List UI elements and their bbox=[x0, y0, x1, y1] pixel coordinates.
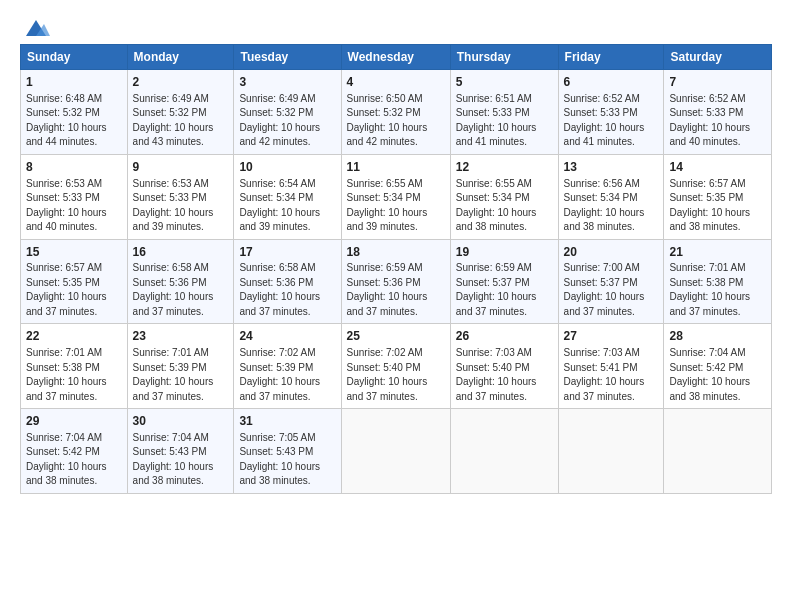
day-number: 23 bbox=[133, 328, 229, 345]
day-content: Sunrise: 7:04 AM Sunset: 5:43 PM Dayligh… bbox=[133, 431, 229, 489]
calendar-cell bbox=[664, 409, 772, 494]
day-content: Sunrise: 7:01 AM Sunset: 5:38 PM Dayligh… bbox=[669, 261, 766, 319]
day-content: Sunrise: 7:04 AM Sunset: 5:42 PM Dayligh… bbox=[669, 346, 766, 404]
day-number: 12 bbox=[456, 159, 553, 176]
day-content: Sunrise: 6:51 AM Sunset: 5:33 PM Dayligh… bbox=[456, 92, 553, 150]
day-number: 19 bbox=[456, 244, 553, 261]
day-content: Sunrise: 7:01 AM Sunset: 5:39 PM Dayligh… bbox=[133, 346, 229, 404]
day-content: Sunrise: 6:50 AM Sunset: 5:32 PM Dayligh… bbox=[347, 92, 445, 150]
calendar-cell: 22Sunrise: 7:01 AM Sunset: 5:38 PM Dayli… bbox=[21, 324, 128, 409]
day-content: Sunrise: 6:56 AM Sunset: 5:34 PM Dayligh… bbox=[564, 177, 659, 235]
calendar-cell: 27Sunrise: 7:03 AM Sunset: 5:41 PM Dayli… bbox=[558, 324, 664, 409]
day-header-saturday: Saturday bbox=[664, 45, 772, 70]
day-number: 5 bbox=[456, 74, 553, 91]
day-content: Sunrise: 6:48 AM Sunset: 5:32 PM Dayligh… bbox=[26, 92, 122, 150]
calendar-cell bbox=[450, 409, 558, 494]
calendar-cell: 14Sunrise: 6:57 AM Sunset: 5:35 PM Dayli… bbox=[664, 154, 772, 239]
calendar-cell: 19Sunrise: 6:59 AM Sunset: 5:37 PM Dayli… bbox=[450, 239, 558, 324]
day-content: Sunrise: 6:52 AM Sunset: 5:33 PM Dayligh… bbox=[564, 92, 659, 150]
day-number: 31 bbox=[239, 413, 335, 430]
calendar-week-3: 15Sunrise: 6:57 AM Sunset: 5:35 PM Dayli… bbox=[21, 239, 772, 324]
day-number: 4 bbox=[347, 74, 445, 91]
day-number: 16 bbox=[133, 244, 229, 261]
calendar-cell: 20Sunrise: 7:00 AM Sunset: 5:37 PM Dayli… bbox=[558, 239, 664, 324]
day-number: 24 bbox=[239, 328, 335, 345]
calendar-week-1: 1Sunrise: 6:48 AM Sunset: 5:32 PM Daylig… bbox=[21, 70, 772, 155]
calendar-cell: 3Sunrise: 6:49 AM Sunset: 5:32 PM Daylig… bbox=[234, 70, 341, 155]
day-content: Sunrise: 6:58 AM Sunset: 5:36 PM Dayligh… bbox=[133, 261, 229, 319]
logo bbox=[20, 18, 50, 38]
day-content: Sunrise: 6:49 AM Sunset: 5:32 PM Dayligh… bbox=[133, 92, 229, 150]
calendar-cell: 17Sunrise: 6:58 AM Sunset: 5:36 PM Dayli… bbox=[234, 239, 341, 324]
day-number: 29 bbox=[26, 413, 122, 430]
calendar-cell: 8Sunrise: 6:53 AM Sunset: 5:33 PM Daylig… bbox=[21, 154, 128, 239]
day-number: 10 bbox=[239, 159, 335, 176]
day-number: 2 bbox=[133, 74, 229, 91]
header bbox=[20, 18, 772, 38]
day-number: 15 bbox=[26, 244, 122, 261]
calendar-cell: 23Sunrise: 7:01 AM Sunset: 5:39 PM Dayli… bbox=[127, 324, 234, 409]
day-content: Sunrise: 6:59 AM Sunset: 5:37 PM Dayligh… bbox=[456, 261, 553, 319]
day-number: 11 bbox=[347, 159, 445, 176]
day-content: Sunrise: 6:55 AM Sunset: 5:34 PM Dayligh… bbox=[456, 177, 553, 235]
calendar-cell: 21Sunrise: 7:01 AM Sunset: 5:38 PM Dayli… bbox=[664, 239, 772, 324]
day-content: Sunrise: 6:58 AM Sunset: 5:36 PM Dayligh… bbox=[239, 261, 335, 319]
day-content: Sunrise: 7:02 AM Sunset: 5:39 PM Dayligh… bbox=[239, 346, 335, 404]
day-content: Sunrise: 6:57 AM Sunset: 5:35 PM Dayligh… bbox=[669, 177, 766, 235]
day-number: 3 bbox=[239, 74, 335, 91]
day-header-wednesday: Wednesday bbox=[341, 45, 450, 70]
calendar-week-2: 8Sunrise: 6:53 AM Sunset: 5:33 PM Daylig… bbox=[21, 154, 772, 239]
day-content: Sunrise: 6:53 AM Sunset: 5:33 PM Dayligh… bbox=[26, 177, 122, 235]
day-header-sunday: Sunday bbox=[21, 45, 128, 70]
calendar-cell: 31Sunrise: 7:05 AM Sunset: 5:43 PM Dayli… bbox=[234, 409, 341, 494]
page: SundayMondayTuesdayWednesdayThursdayFrid… bbox=[0, 0, 792, 504]
day-number: 28 bbox=[669, 328, 766, 345]
calendar: SundayMondayTuesdayWednesdayThursdayFrid… bbox=[20, 44, 772, 494]
day-number: 13 bbox=[564, 159, 659, 176]
day-content: Sunrise: 6:52 AM Sunset: 5:33 PM Dayligh… bbox=[669, 92, 766, 150]
logo-icon bbox=[22, 18, 50, 38]
day-number: 9 bbox=[133, 159, 229, 176]
day-number: 18 bbox=[347, 244, 445, 261]
calendar-cell: 4Sunrise: 6:50 AM Sunset: 5:32 PM Daylig… bbox=[341, 70, 450, 155]
calendar-cell: 7Sunrise: 6:52 AM Sunset: 5:33 PM Daylig… bbox=[664, 70, 772, 155]
day-content: Sunrise: 7:03 AM Sunset: 5:41 PM Dayligh… bbox=[564, 346, 659, 404]
calendar-cell: 29Sunrise: 7:04 AM Sunset: 5:42 PM Dayli… bbox=[21, 409, 128, 494]
day-number: 7 bbox=[669, 74, 766, 91]
calendar-cell: 11Sunrise: 6:55 AM Sunset: 5:34 PM Dayli… bbox=[341, 154, 450, 239]
day-number: 17 bbox=[239, 244, 335, 261]
day-content: Sunrise: 7:03 AM Sunset: 5:40 PM Dayligh… bbox=[456, 346, 553, 404]
calendar-cell: 26Sunrise: 7:03 AM Sunset: 5:40 PM Dayli… bbox=[450, 324, 558, 409]
day-content: Sunrise: 7:01 AM Sunset: 5:38 PM Dayligh… bbox=[26, 346, 122, 404]
day-content: Sunrise: 7:05 AM Sunset: 5:43 PM Dayligh… bbox=[239, 431, 335, 489]
calendar-cell: 5Sunrise: 6:51 AM Sunset: 5:33 PM Daylig… bbox=[450, 70, 558, 155]
calendar-cell: 28Sunrise: 7:04 AM Sunset: 5:42 PM Dayli… bbox=[664, 324, 772, 409]
calendar-week-5: 29Sunrise: 7:04 AM Sunset: 5:42 PM Dayli… bbox=[21, 409, 772, 494]
day-content: Sunrise: 6:55 AM Sunset: 5:34 PM Dayligh… bbox=[347, 177, 445, 235]
day-content: Sunrise: 7:04 AM Sunset: 5:42 PM Dayligh… bbox=[26, 431, 122, 489]
calendar-cell bbox=[341, 409, 450, 494]
day-number: 26 bbox=[456, 328, 553, 345]
day-number: 25 bbox=[347, 328, 445, 345]
day-number: 20 bbox=[564, 244, 659, 261]
day-content: Sunrise: 6:54 AM Sunset: 5:34 PM Dayligh… bbox=[239, 177, 335, 235]
calendar-cell: 10Sunrise: 6:54 AM Sunset: 5:34 PM Dayli… bbox=[234, 154, 341, 239]
calendar-cell: 30Sunrise: 7:04 AM Sunset: 5:43 PM Dayli… bbox=[127, 409, 234, 494]
day-number: 14 bbox=[669, 159, 766, 176]
calendar-cell: 2Sunrise: 6:49 AM Sunset: 5:32 PM Daylig… bbox=[127, 70, 234, 155]
day-number: 30 bbox=[133, 413, 229, 430]
day-content: Sunrise: 7:00 AM Sunset: 5:37 PM Dayligh… bbox=[564, 261, 659, 319]
day-header-friday: Friday bbox=[558, 45, 664, 70]
calendar-cell: 6Sunrise: 6:52 AM Sunset: 5:33 PM Daylig… bbox=[558, 70, 664, 155]
day-number: 6 bbox=[564, 74, 659, 91]
day-content: Sunrise: 6:53 AM Sunset: 5:33 PM Dayligh… bbox=[133, 177, 229, 235]
calendar-cell: 9Sunrise: 6:53 AM Sunset: 5:33 PM Daylig… bbox=[127, 154, 234, 239]
day-number: 21 bbox=[669, 244, 766, 261]
calendar-cell: 24Sunrise: 7:02 AM Sunset: 5:39 PM Dayli… bbox=[234, 324, 341, 409]
day-header-monday: Monday bbox=[127, 45, 234, 70]
calendar-cell: 15Sunrise: 6:57 AM Sunset: 5:35 PM Dayli… bbox=[21, 239, 128, 324]
day-content: Sunrise: 6:59 AM Sunset: 5:36 PM Dayligh… bbox=[347, 261, 445, 319]
calendar-cell: 18Sunrise: 6:59 AM Sunset: 5:36 PM Dayli… bbox=[341, 239, 450, 324]
calendar-header: SundayMondayTuesdayWednesdayThursdayFrid… bbox=[21, 45, 772, 70]
day-number: 27 bbox=[564, 328, 659, 345]
